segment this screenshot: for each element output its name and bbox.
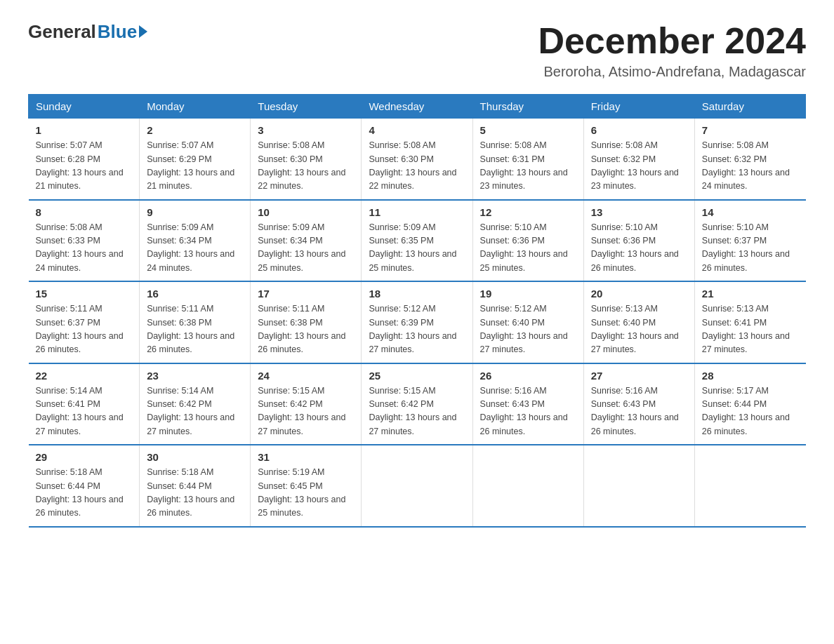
calendar-cell: [362, 445, 472, 527]
day-number: 9: [147, 206, 243, 218]
day-number: 17: [258, 288, 354, 300]
day-info: Sunrise: 5:13 AM Sunset: 6:40 PM Dayligh…: [591, 302, 687, 357]
calendar-cell: [472, 445, 583, 527]
day-info: Sunrise: 5:10 AM Sunset: 6:36 PM Dayligh…: [480, 221, 576, 276]
day-info: Sunrise: 5:07 AM Sunset: 6:29 PM Dayligh…: [147, 139, 243, 194]
day-info: Sunrise: 5:09 AM Sunset: 6:35 PM Dayligh…: [369, 221, 465, 276]
calendar-week-row: 22 Sunrise: 5:14 AM Sunset: 6:41 PM Dayl…: [29, 363, 806, 445]
day-info: Sunrise: 5:09 AM Sunset: 6:34 PM Dayligh…: [258, 221, 354, 276]
day-number: 11: [369, 206, 465, 218]
day-info: Sunrise: 5:15 AM Sunset: 6:42 PM Dayligh…: [369, 384, 465, 439]
day-number: 21: [702, 288, 799, 300]
day-number: 14: [702, 206, 799, 218]
day-info: Sunrise: 5:16 AM Sunset: 6:43 PM Dayligh…: [480, 384, 576, 439]
day-number: 10: [258, 206, 354, 218]
day-info: Sunrise: 5:18 AM Sunset: 6:44 PM Dayligh…: [36, 466, 133, 521]
calendar-cell: 6 Sunrise: 5:08 AM Sunset: 6:32 PM Dayli…: [583, 119, 694, 200]
day-info: Sunrise: 5:12 AM Sunset: 6:40 PM Dayligh…: [480, 302, 576, 357]
day-number: 19: [480, 288, 576, 300]
logo-blue-part: Blue: [98, 21, 147, 43]
day-info: Sunrise: 5:12 AM Sunset: 6:39 PM Dayligh…: [369, 302, 465, 357]
calendar-cell: 1 Sunrise: 5:07 AM Sunset: 6:28 PM Dayli…: [29, 119, 140, 200]
day-number: 5: [480, 124, 576, 136]
calendar-week-row: 15 Sunrise: 5:11 AM Sunset: 6:37 PM Dayl…: [29, 281, 806, 363]
day-number: 25: [369, 370, 465, 382]
day-info: Sunrise: 5:15 AM Sunset: 6:42 PM Dayligh…: [258, 384, 354, 439]
day-number: 1: [36, 124, 133, 136]
calendar-cell: 13 Sunrise: 5:10 AM Sunset: 6:36 PM Dayl…: [583, 200, 694, 282]
logo: General Blue: [28, 21, 147, 43]
month-title: December 2024: [538, 21, 806, 61]
calendar-cell: 14 Sunrise: 5:10 AM Sunset: 6:37 PM Dayl…: [694, 200, 805, 282]
column-header-thursday: Thursday: [472, 95, 583, 119]
day-number: 27: [591, 370, 687, 382]
day-number: 18: [369, 288, 465, 300]
day-number: 2: [147, 124, 243, 136]
day-info: Sunrise: 5:08 AM Sunset: 6:32 PM Dayligh…: [591, 139, 687, 194]
day-number: 7: [702, 124, 799, 136]
calendar-cell: 18 Sunrise: 5:12 AM Sunset: 6:39 PM Dayl…: [362, 281, 472, 363]
column-header-wednesday: Wednesday: [362, 95, 472, 119]
day-info: Sunrise: 5:11 AM Sunset: 6:38 PM Dayligh…: [147, 302, 243, 357]
day-info: Sunrise: 5:08 AM Sunset: 6:32 PM Dayligh…: [702, 139, 799, 194]
calendar-cell: 30 Sunrise: 5:18 AM Sunset: 6:44 PM Dayl…: [140, 445, 251, 527]
calendar-cell: 21 Sunrise: 5:13 AM Sunset: 6:41 PM Dayl…: [694, 281, 805, 363]
day-number: 13: [591, 206, 687, 218]
day-info: Sunrise: 5:08 AM Sunset: 6:31 PM Dayligh…: [480, 139, 576, 194]
calendar-week-row: 8 Sunrise: 5:08 AM Sunset: 6:33 PM Dayli…: [29, 200, 806, 282]
calendar-cell: 5 Sunrise: 5:08 AM Sunset: 6:31 PM Dayli…: [472, 119, 583, 200]
calendar-cell: 2 Sunrise: 5:07 AM Sunset: 6:29 PM Dayli…: [140, 119, 251, 200]
calendar-header-row: SundayMondayTuesdayWednesdayThursdayFrid…: [29, 95, 806, 119]
column-header-saturday: Saturday: [694, 95, 805, 119]
calendar-week-row: 29 Sunrise: 5:18 AM Sunset: 6:44 PM Dayl…: [29, 445, 806, 527]
calendar-cell: [583, 445, 694, 527]
day-number: 24: [258, 370, 354, 382]
day-info: Sunrise: 5:11 AM Sunset: 6:37 PM Dayligh…: [36, 302, 133, 357]
calendar-cell: 12 Sunrise: 5:10 AM Sunset: 6:36 PM Dayl…: [472, 200, 583, 282]
title-area: December 2024 Beroroha, Atsimo-Andrefana…: [538, 21, 806, 80]
day-number: 29: [36, 451, 133, 463]
day-info: Sunrise: 5:08 AM Sunset: 6:30 PM Dayligh…: [258, 139, 354, 194]
day-info: Sunrise: 5:14 AM Sunset: 6:42 PM Dayligh…: [147, 384, 243, 439]
calendar-cell: 10 Sunrise: 5:09 AM Sunset: 6:34 PM Dayl…: [251, 200, 362, 282]
calendar-cell: 17 Sunrise: 5:11 AM Sunset: 6:38 PM Dayl…: [251, 281, 362, 363]
day-number: 22: [36, 370, 133, 382]
column-header-friday: Friday: [583, 95, 694, 119]
column-header-sunday: Sunday: [29, 95, 140, 119]
calendar-cell: [694, 445, 805, 527]
calendar-cell: 4 Sunrise: 5:08 AM Sunset: 6:30 PM Dayli…: [362, 119, 472, 200]
day-number: 28: [702, 370, 799, 382]
day-number: 23: [147, 370, 243, 382]
day-number: 3: [258, 124, 354, 136]
day-info: Sunrise: 5:16 AM Sunset: 6:43 PM Dayligh…: [591, 384, 687, 439]
calendar-cell: 27 Sunrise: 5:16 AM Sunset: 6:43 PM Dayl…: [583, 363, 694, 445]
calendar-cell: 24 Sunrise: 5:15 AM Sunset: 6:42 PM Dayl…: [251, 363, 362, 445]
day-info: Sunrise: 5:18 AM Sunset: 6:44 PM Dayligh…: [147, 466, 243, 521]
calendar-cell: 7 Sunrise: 5:08 AM Sunset: 6:32 PM Dayli…: [694, 119, 805, 200]
day-number: 26: [480, 370, 576, 382]
day-number: 15: [36, 288, 133, 300]
day-number: 6: [591, 124, 687, 136]
calendar-cell: 31 Sunrise: 5:19 AM Sunset: 6:45 PM Dayl…: [251, 445, 362, 527]
day-info: Sunrise: 5:10 AM Sunset: 6:37 PM Dayligh…: [702, 221, 799, 276]
logo-blue-text: Blue: [98, 21, 137, 43]
calendar-cell: 20 Sunrise: 5:13 AM Sunset: 6:40 PM Dayl…: [583, 281, 694, 363]
day-number: 30: [147, 451, 243, 463]
day-number: 16: [147, 288, 243, 300]
day-info: Sunrise: 5:19 AM Sunset: 6:45 PM Dayligh…: [258, 466, 354, 521]
day-number: 4: [369, 124, 465, 136]
calendar-cell: 3 Sunrise: 5:08 AM Sunset: 6:30 PM Dayli…: [251, 119, 362, 200]
day-info: Sunrise: 5:08 AM Sunset: 6:33 PM Dayligh…: [36, 221, 133, 276]
day-info: Sunrise: 5:09 AM Sunset: 6:34 PM Dayligh…: [147, 221, 243, 276]
day-number: 12: [480, 206, 576, 218]
day-info: Sunrise: 5:10 AM Sunset: 6:36 PM Dayligh…: [591, 221, 687, 276]
calendar-table: SundayMondayTuesdayWednesdayThursdayFrid…: [28, 94, 806, 528]
day-info: Sunrise: 5:13 AM Sunset: 6:41 PM Dayligh…: [702, 302, 799, 357]
calendar-cell: 29 Sunrise: 5:18 AM Sunset: 6:44 PM Dayl…: [29, 445, 140, 527]
column-header-tuesday: Tuesday: [251, 95, 362, 119]
day-number: 8: [36, 206, 133, 218]
calendar-cell: 28 Sunrise: 5:17 AM Sunset: 6:44 PM Dayl…: [694, 363, 805, 445]
logo-general-text: General: [28, 21, 96, 43]
day-info: Sunrise: 5:11 AM Sunset: 6:38 PM Dayligh…: [258, 302, 354, 357]
day-info: Sunrise: 5:14 AM Sunset: 6:41 PM Dayligh…: [36, 384, 133, 439]
